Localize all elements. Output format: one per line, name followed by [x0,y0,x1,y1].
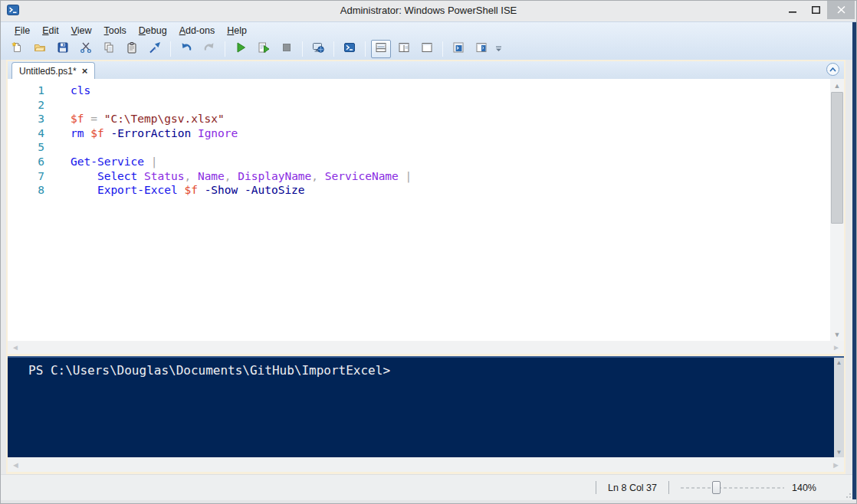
toolbar-overflow-button[interactable] [493,41,504,57]
scroll-right-icon[interactable]: ► [832,460,840,470]
window-frame-right [852,22,856,499]
code-text: cls [51,83,90,98]
menu-debug[interactable]: Debug [133,24,173,38]
clear-console-button[interactable] [145,40,165,58]
show-command-window-button[interactable] [448,40,468,58]
toolbar-separator [302,41,303,57]
menu-addons[interactable]: Add-ons [173,24,222,38]
code-text [51,98,71,113]
show-command-window-icon [452,41,465,57]
line-number: 1 [8,83,51,98]
menu-view[interactable]: View [65,24,98,38]
script-pane-top-button[interactable] [371,40,391,58]
tab-bar: Untitled5.ps1* × [8,61,844,79]
zoom-level: 140% [792,483,816,493]
tab-close-icon[interactable]: × [82,66,88,76]
title-bar[interactable]: Administrator: Windows PowerShell ISE [1,1,856,21]
toolbar-separator [442,41,443,57]
collapse-script-pane-button[interactable] [826,63,839,76]
window-title: Administrator: Windows PowerShell ISE [1,5,856,16]
console-horizontal-scrollbar[interactable]: ◄ ► [8,457,844,472]
copy-icon [103,41,115,57]
cursor-position: Ln 8 Col 37 [608,483,657,493]
scroll-down-icon[interactable]: ▼ [830,328,844,341]
scroll-down-icon[interactable]: ▼ [834,447,844,457]
script-pane-maximized-icon [421,41,433,57]
new-script-button[interactable] [7,40,27,58]
toolbar-separator [170,41,171,57]
redo-button[interactable] [199,40,219,58]
editor-line-7[interactable]: 7 Select Status, Name, DisplayName, Serv… [8,169,830,184]
open-button[interactable] [30,40,50,58]
script-pane-right-button[interactable] [394,40,414,58]
new-remote-powershell-tab-button[interactable] [308,40,328,58]
line-number: 4 [8,126,51,141]
menu-edit[interactable]: Edit [36,24,65,38]
script-pane: 1cls23$f = "C:\Temp\gsv.xlsx"4rm $f -Err… [8,79,844,341]
window-controls [781,1,855,21]
save-icon [57,41,69,57]
toolbar-separator [225,41,225,57]
editor-line-8[interactable]: 8 Export-Excel $f -Show -AutoSize [8,183,830,198]
code-text: Select Status, Name, DisplayName, Servic… [51,169,412,184]
scroll-left-icon[interactable]: ◄ [11,343,19,352]
start-powershell-icon [343,41,356,57]
menu-file[interactable]: File [8,24,36,38]
redo-icon [203,41,215,57]
save-button[interactable] [53,40,73,58]
stop-button[interactable] [277,40,297,58]
workspace: Untitled5.ps1* × 1cls23$f = "C:\Temp\gsv… [6,60,846,474]
scrollbar-thumb[interactable] [831,92,843,224]
editor-line-1[interactable]: 1cls [8,83,830,98]
maximize-button[interactable] [804,1,827,19]
scroll-up-icon[interactable]: ▲ [830,79,844,92]
run-script-button[interactable] [231,40,251,58]
zoom-slider-thumb[interactable] [712,481,721,494]
undo-button[interactable] [176,40,196,58]
minimize-button[interactable] [781,1,804,19]
line-number: 8 [8,183,51,198]
editor-vertical-scrollbar[interactable]: ▲ ▼ [830,79,844,341]
open-icon [34,41,46,57]
copy-button[interactable] [99,40,119,58]
menu-help[interactable]: Help [221,24,253,38]
paste-button[interactable] [122,40,142,58]
zoom-slider[interactable] [681,481,784,494]
line-number: 7 [8,169,51,184]
window-frame-bottom [1,500,856,504]
status-separator [596,481,596,494]
editor-line-4[interactable]: 4rm $f -ErrorAction Ignore [8,126,830,141]
code-editor[interactable]: 1cls23$f = "C:\Temp\gsv.xlsx"4rm $f -Err… [8,79,830,341]
script-pane-maximized-button[interactable] [417,40,437,58]
code-text [51,140,71,155]
start-powershell-button[interactable] [340,40,360,58]
tab-untitled5[interactable]: Untitled5.ps1* × [11,62,95,79]
script-pane-right-icon [398,41,410,57]
status-bar: Ln 8 Col 37 140% [1,474,856,500]
editor-line-5[interactable]: 5 [8,140,830,155]
overflow-chevron-icon [495,46,502,52]
editor-line-6[interactable]: 6Get-Service | [8,155,830,169]
editor-horizontal-scrollbar[interactable]: ◄ ► [8,341,844,354]
scroll-right-icon[interactable]: ► [832,343,840,352]
run-selection-button[interactable] [254,40,274,58]
scroll-up-icon[interactable]: ▲ [834,358,844,368]
editor-line-2[interactable]: 2 [8,98,830,113]
new-script-icon [11,41,23,57]
console-vertical-scrollbar[interactable]: ▲ ▼ [834,358,844,457]
menu-bar: FileEditViewToolsDebugAdd-onsHelp [1,22,856,38]
line-number: 3 [8,112,51,126]
cut-icon [80,41,92,57]
clear-console-icon [149,41,161,57]
menu-tools[interactable]: Tools [98,24,133,38]
cut-button[interactable] [76,40,96,58]
console-pane[interactable]: PS C:\Users\Douglas\Documents\GitHub\Imp… [8,356,844,457]
open-new-window-button[interactable] [471,40,491,58]
zoom-slider-track[interactable] [681,487,784,489]
run-selection-icon [258,41,270,57]
editor-line-3[interactable]: 3$f = "C:\Temp\gsv.xlsx" [8,112,830,126]
console-prompt[interactable]: PS C:\Users\Douglas\Documents\GitHub\Imp… [8,358,844,378]
scroll-left-icon[interactable]: ◄ [11,460,20,470]
open-new-window-icon [475,41,488,57]
close-button[interactable] [827,1,855,19]
